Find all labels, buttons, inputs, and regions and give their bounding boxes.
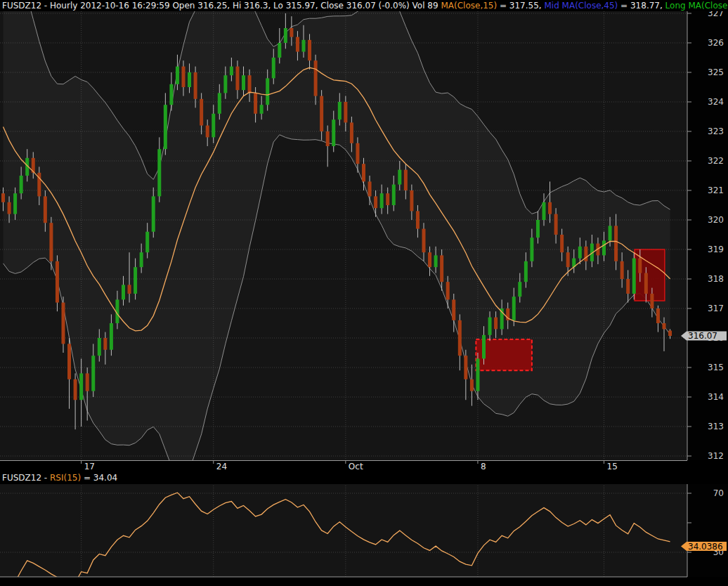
svg-text:34.0386: 34.0386: [688, 542, 723, 552]
title-ma45-value: = 318.77,: [618, 1, 665, 11]
svg-text:323: 323: [708, 126, 724, 136]
svg-text:Oct: Oct: [349, 462, 363, 471]
svg-text:320: 320: [708, 215, 724, 225]
svg-text:314: 314: [708, 392, 724, 402]
chart-application-window: 3273263253243233223213203193183173163153…: [0, 0, 728, 586]
rsi-title-value: = 34.04: [81, 473, 117, 483]
svg-text:322: 322: [708, 156, 724, 166]
rsi-panel-title-bar: FUSDZ12 - RSI(15) = 34.04: [0, 472, 728, 484]
title-ma15-label: MA(Close,15): [441, 1, 497, 11]
svg-text:326: 326: [708, 38, 724, 48]
svg-text:316.07: 316.07: [688, 331, 717, 341]
last-price-badge: 316.07: [681, 331, 727, 341]
rsi-title-symbol: FUSDZ12 -: [2, 473, 50, 483]
svg-text:17: 17: [84, 462, 95, 471]
svg-text:24: 24: [216, 462, 227, 471]
svg-text:15: 15: [607, 462, 618, 471]
svg-text:313: 313: [708, 422, 724, 431]
rsi-title-study: RSI(15): [50, 473, 81, 483]
rsi-plot-background[interactable]: [0, 483, 687, 577]
svg-text:319: 319: [708, 245, 724, 254]
drawing-box-2[interactable]: [635, 249, 665, 301]
title-ma100-label: Long MA(Close,100): [665, 1, 728, 11]
svg-text:325: 325: [708, 67, 724, 77]
svg-text:321: 321: [708, 185, 724, 195]
time-axis: 1724Oct815: [0, 460, 728, 472]
rsi-value-badge: 34.0386: [681, 542, 727, 552]
title-ma45-label: Mid MA(Close,45): [544, 1, 618, 11]
title-ma15-value: = 317.55,: [497, 1, 544, 11]
svg-text:8: 8: [481, 462, 486, 471]
price-chart-title-bar: FUSDZ12 - Hourly 2012-10-16 16:29:59 Ope…: [0, 0, 728, 11]
svg-text:312: 312: [708, 451, 724, 461]
svg-text:70: 70: [713, 488, 724, 498]
svg-text:317: 317: [708, 304, 724, 313]
svg-text:315: 315: [708, 363, 724, 372]
svg-text:318: 318: [708, 274, 724, 284]
title-ohlc-info: FUSDZ12 - Hourly 2012-10-16 16:29:59 Ope…: [2, 1, 441, 11]
svg-text:324: 324: [708, 97, 724, 107]
chart-canvas[interactable]: 3273263253243233223213203193183173163153…: [0, 0, 728, 586]
